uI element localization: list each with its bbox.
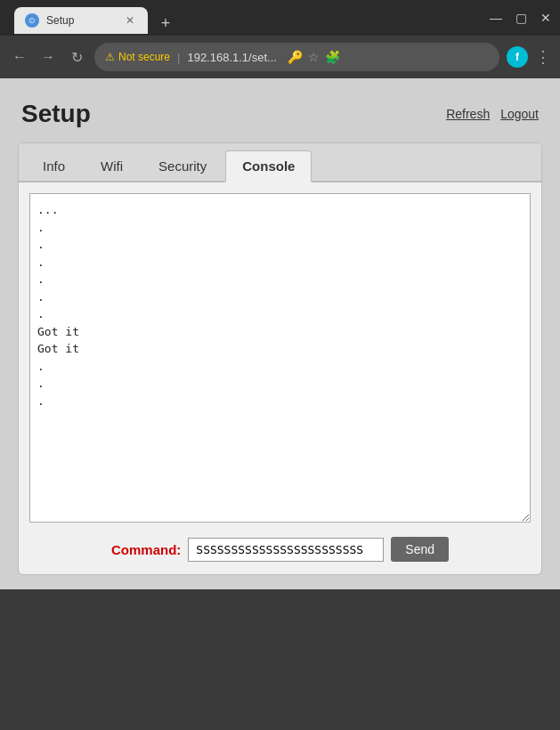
- browser-tab-title: Setup: [46, 14, 116, 27]
- tab-bar: ⊙ Setup ✕ +: [7, 2, 489, 34]
- tab-wifi[interactable]: Wifi: [84, 150, 140, 181]
- address-bar: ← → ↻ ⚠ Not secure | 192.168.1.1/set... …: [0, 36, 560, 78]
- back-button[interactable]: ←: [9, 46, 30, 68]
- page-header: Setup Refresh Logout: [18, 93, 542, 142]
- browser-tab[interactable]: ⊙ Setup ✕: [14, 7, 148, 34]
- title-bar: ⊙ Setup ✕ + — ▢ ✕: [0, 0, 560, 36]
- header-links: Refresh Logout: [446, 107, 539, 121]
- minimize-button[interactable]: —: [489, 11, 503, 25]
- command-label: Command:: [111, 542, 181, 557]
- page-title: Setup: [21, 100, 91, 128]
- tab-favicon-icon: ⊙: [25, 13, 39, 28]
- url-separator: |: [177, 51, 180, 64]
- page-content: Setup Refresh Logout Info Wifi Security …: [0, 78, 560, 589]
- tab-security[interactable]: Security: [142, 150, 223, 181]
- command-row: Command: Send: [29, 526, 531, 565]
- not-secure-label: Not secure: [118, 51, 170, 63]
- console-area: Command: Send: [19, 182, 541, 574]
- url-text: 192.168.1.1/set...: [187, 51, 276, 64]
- logout-link[interactable]: Logout: [500, 107, 539, 121]
- tab-info[interactable]: Info: [26, 150, 82, 181]
- tab-console[interactable]: Console: [225, 150, 312, 182]
- browser-menu-button[interactable]: ⋮: [535, 47, 551, 67]
- key-icon[interactable]: 🔑: [288, 50, 303, 64]
- maximize-button[interactable]: ▢: [514, 11, 528, 25]
- refresh-button[interactable]: ↻: [66, 46, 87, 68]
- extension-icon[interactable]: 🧩: [325, 50, 340, 64]
- window-controls: — ▢ ✕: [489, 11, 553, 25]
- address-field[interactable]: ⚠ Not secure | 192.168.1.1/set... 🔑 ☆ 🧩: [94, 43, 499, 71]
- profile-button[interactable]: f: [507, 46, 528, 68]
- browser-tab-close-icon[interactable]: ✕: [123, 13, 137, 28]
- star-icon[interactable]: ☆: [308, 50, 320, 64]
- warning-icon: ⚠: [105, 51, 115, 63]
- close-button[interactable]: ✕: [539, 11, 553, 25]
- browser-chrome: ⊙ Setup ✕ + — ▢ ✕ ← → ↻ ⚠ Not secure | 1…: [0, 0, 560, 78]
- new-tab-button[interactable]: +: [155, 12, 176, 34]
- address-icons: 🔑 ☆ 🧩: [288, 50, 340, 64]
- main-panel: Info Wifi Security Console Command: Send: [18, 142, 542, 575]
- forward-button[interactable]: →: [37, 46, 59, 68]
- command-input[interactable]: [188, 538, 384, 562]
- refresh-link[interactable]: Refresh: [446, 107, 490, 121]
- send-button[interactable]: Send: [391, 537, 449, 562]
- console-output[interactable]: [29, 193, 531, 523]
- tab-navigation: Info Wifi Security Console: [19, 143, 541, 182]
- not-secure-indicator: ⚠ Not secure: [105, 51, 170, 63]
